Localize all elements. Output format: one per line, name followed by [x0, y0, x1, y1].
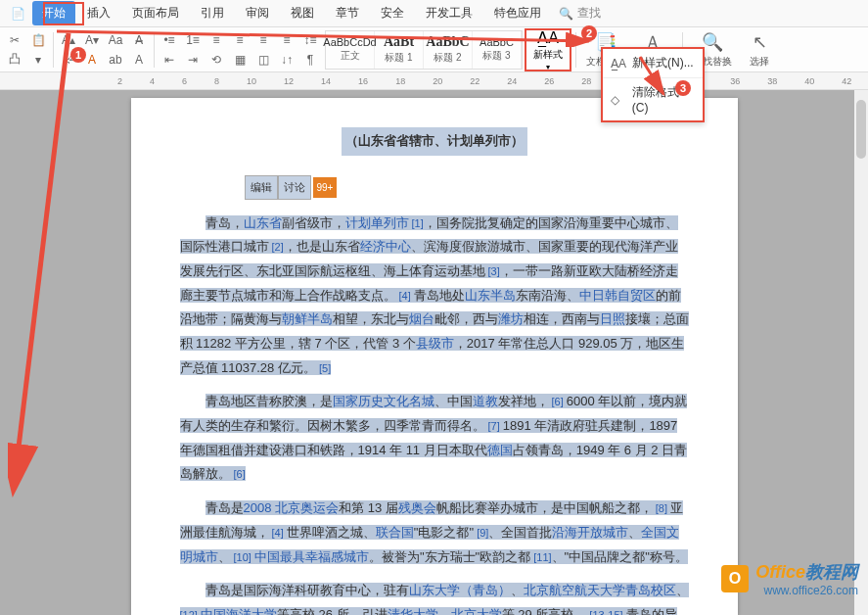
menu-view[interactable]: 视图 [281, 1, 324, 25]
toolbar: ✂ 📋 凸 ▾ A▴ A▾ Aa A̶ ꭗ² A ab A •≡ 1≡ ≡ ≡ … [0, 27, 868, 72]
text-direction-icon[interactable]: ⟲ [207, 51, 225, 69]
scrollbar-thumb[interactable] [856, 100, 866, 159]
watermark-url: www.office26.com [755, 584, 858, 597]
align-justify-icon[interactable]: ≡ [278, 31, 296, 49]
border-icon[interactable]: ▦ [231, 51, 249, 69]
edit-button[interactable]: 编辑 [245, 175, 278, 200]
indent-increase-icon[interactable]: ⇥ [184, 51, 202, 69]
show-marks-icon[interactable]: ¶ [301, 51, 319, 69]
count-badge: 99+ [313, 177, 338, 198]
watermark-logo: O [721, 565, 749, 592]
new-document-icon[interactable]: 📄 [8, 4, 27, 24]
cut-icon[interactable]: ✂ [6, 31, 23, 49]
clear-format-icon[interactable]: A̶ [130, 31, 148, 49]
new-style-small-icon: A̲A [611, 57, 626, 71]
new-style-button[interactable]: A̲A 新样式 ▾ [526, 30, 570, 70]
line-spacing-icon[interactable]: ↕≡ [301, 31, 319, 49]
style-normal[interactable]: AaBbCcDd 正文 [326, 31, 375, 69]
align-right-icon[interactable]: ≡ [254, 31, 272, 49]
document-title: （山东省省辖市、计划单列市） [180, 127, 689, 156]
chevron-down-icon: ▾ [546, 63, 550, 71]
paragraph-3[interactable]: 青岛是2008 北京奥运会和第 13 届残奥会帆船比赛举办城市，是中国帆船之都，… [180, 497, 689, 569]
menu-start[interactable]: 开始 [32, 1, 75, 25]
sort-icon[interactable]: ↓↑ [278, 51, 296, 69]
menu-security[interactable]: 安全 [371, 1, 414, 25]
styles-gallery[interactable]: AaBbCcDd 正文 AaBt 标题 1 AaBbC 标题 2 AaBbC 标… [325, 30, 523, 70]
format-painter-icon[interactable]: 凸 [6, 51, 23, 69]
dropdown-new-style[interactable]: A̲A 新样式(N)... [603, 49, 703, 78]
ruler[interactable]: 2468101214161820222426283032343638404244… [0, 72, 868, 90]
paragraph-1[interactable]: 青岛，山东省副省级市，计划单列市 [1]，国务院批复确定的国家沿海重要中心城市、… [180, 212, 689, 381]
align-left-icon[interactable]: ≡ [207, 31, 225, 49]
annotation-badge-1: 1 [70, 47, 86, 63]
search-placeholder: 查找 [577, 5, 601, 22]
annotation-badge-3: 3 [675, 80, 691, 96]
menubar: 📄 开始 插入 页面布局 引用 审阅 视图 章节 安全 开发工具 特色应用 🔍 … [0, 0, 868, 27]
paragraph-group: •≡ 1≡ ≡ ≡ ≡ ≡ ↕≡ ⇤ ⇥ ⟲ ▦ ◫ ↓↑ ¶ [160, 31, 319, 69]
font-grow-icon[interactable]: A▴ [60, 31, 77, 49]
document-area[interactable]: （山东省省辖市、计划单列市） 编辑 讨论 99+ 青岛，山东省副省级市，计划单列… [0, 90, 868, 615]
font-shrink-icon[interactable]: A▾ [83, 31, 101, 49]
highlight-icon[interactable]: ab [107, 51, 124, 69]
align-center-icon[interactable]: ≡ [231, 31, 249, 49]
discuss-button[interactable]: 讨论 [278, 175, 311, 200]
change-case-icon[interactable]: Aa [107, 31, 124, 49]
menu-review[interactable]: 审阅 [236, 1, 279, 25]
menu-page-layout[interactable]: 页面布局 [122, 1, 189, 25]
select-button[interactable]: ↖ 选择 [736, 30, 783, 70]
eraser-icon: ◇ [611, 93, 626, 107]
search-icon: 🔍 [702, 31, 723, 53]
cursor-icon: ↖ [753, 31, 767, 53]
menu-insert[interactable]: 插入 [77, 1, 120, 25]
search-icon: 🔍 [559, 7, 573, 21]
clipboard-group: ✂ 📋 凸 ▾ [6, 31, 47, 69]
watermark: O Office教程网 www.office26.com [721, 560, 858, 597]
new-style-icon: A̲A [537, 28, 559, 47]
menu-references[interactable]: 引用 [191, 1, 234, 25]
numbering-icon[interactable]: 1≡ [184, 31, 202, 49]
page[interactable]: （山东省省辖市、计划单列市） 编辑 讨论 99+ 青岛，山东省副省级市，计划单列… [131, 98, 738, 615]
font-dialog-icon[interactable]: A [130, 51, 148, 69]
style-heading1[interactable]: AaBt 标题 1 [375, 31, 424, 69]
annotation-badge-2: 2 [581, 25, 597, 41]
controls-row: 编辑 讨论 99+ [245, 175, 338, 200]
copy-icon[interactable]: 📋 [29, 31, 47, 49]
style-heading2[interactable]: AaBbC 标题 2 [424, 31, 473, 69]
paste-icon[interactable]: ▾ [29, 51, 47, 69]
menu-dev-tools[interactable]: 开发工具 [416, 1, 482, 25]
paragraph-2[interactable]: 青岛地区昔称胶澳，是国家历史文化名城、中国道教发祥地， [6] 6000 年以前… [180, 390, 689, 487]
shading-icon[interactable]: ◫ [254, 51, 272, 69]
bullets-icon[interactable]: •≡ [160, 31, 178, 49]
indent-decrease-icon[interactable]: ⇤ [160, 51, 178, 69]
style-heading3[interactable]: AaBbC 标题 3 [473, 31, 522, 69]
menu-sections[interactable]: 章节 [326, 1, 369, 25]
paragraph-4[interactable]: 青岛是国际海洋科研教育中心，驻有山东大学（青岛）、北京航空航天大学青岛校区、 [… [180, 579, 689, 615]
vertical-scrollbar[interactable] [854, 90, 868, 615]
search-box[interactable]: 🔍 查找 [559, 5, 601, 22]
menu-special-apps[interactable]: 特色应用 [484, 1, 551, 25]
